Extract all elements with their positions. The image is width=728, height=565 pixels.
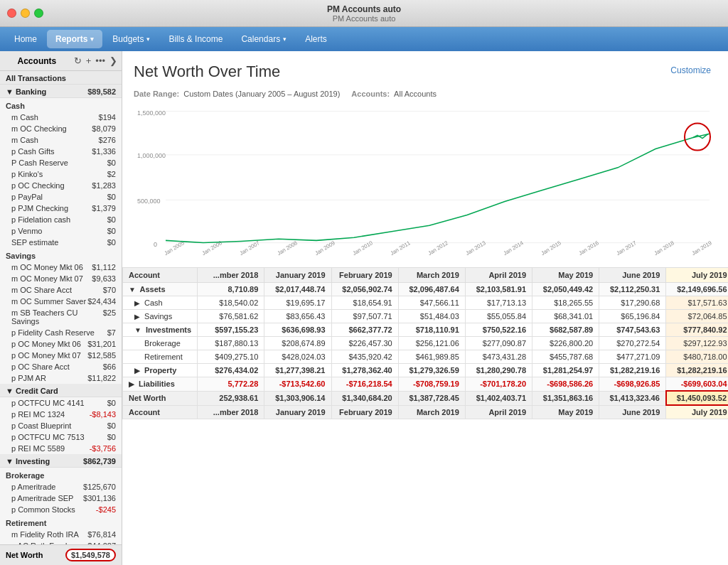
calendars-arrow-icon: ▾ (283, 36, 287, 43)
svg-text:Jan 2018: Jan 2018 (653, 240, 675, 257)
list-item[interactable]: p Fidelation cash$0 (0, 214, 122, 225)
maximize-button[interactable] (34, 9, 43, 18)
nav-alerts[interactable]: Alerts (296, 30, 336, 48)
svg-text:Jan 2007: Jan 2007 (239, 240, 261, 257)
svg-text:Jan 2010: Jan 2010 (352, 240, 374, 257)
list-item[interactable]: m Fidelity Roth IRA$76,814 (0, 529, 122, 540)
content-area: Net Worth Over Time Customize Date Range… (122, 51, 728, 565)
list-item[interactable]: p PJM AR$11,822 (0, 372, 122, 384)
list-item[interactable]: m OC Share Acct$70 (0, 284, 122, 296)
table-row-net-worth: Net Worth 252,938.61 $1,303,906.14 $1,34… (123, 391, 729, 405)
cell-account: ▶ Cash (123, 296, 198, 310)
cell-account: ▶ Property (123, 364, 198, 377)
cell-account: Retirement (123, 350, 198, 364)
cell-net-worth-label: Net Worth (123, 391, 198, 405)
col-header-jul2019[interactable]: July 2019 (666, 268, 728, 283)
close-button[interactable] (7, 9, 16, 18)
list-item[interactable]: m SB Teachers CU Savings$25 (0, 307, 122, 327)
list-item[interactable]: p OC Money Mkt 07$12,585 (0, 350, 122, 361)
svg-text:Jan 2019: Jan 2019 (691, 240, 713, 257)
title-bar: PM Accounts auto PM Accounts auto (0, 0, 728, 27)
sidebar-net-worth: Net Worth $1,549,578 (0, 544, 122, 565)
budgets-arrow-icon: ▾ (146, 36, 150, 43)
table-row: ▼ Investments $597,155.23 $636,698.93 $6… (123, 323, 729, 337)
savings-group: Savings (0, 248, 122, 262)
svg-text:1,500,000: 1,500,000 (137, 109, 166, 117)
table-row: ▶ Liabilities 5,772.28 -$713,542.60 -$71… (123, 377, 729, 392)
nav-bills-income[interactable]: Bills & Income (160, 30, 231, 48)
col-header-account[interactable]: Account (123, 268, 198, 283)
list-item[interactable]: p OCTFCU MC 7513$0 (0, 431, 122, 443)
col-header-feb2019[interactable]: February 2019 (331, 268, 398, 283)
nav-calendars[interactable]: Calendars ▾ (232, 30, 295, 48)
col-header-jan2019[interactable]: January 2019 (264, 268, 331, 283)
list-item[interactable]: m OC Money Mkt 06$1,112 (0, 262, 122, 273)
svg-text:Jan 2009: Jan 2009 (314, 240, 336, 257)
svg-text:Jan 2005: Jan 2005 (164, 240, 186, 257)
list-item[interactable]: p Venmo$0 (0, 225, 122, 237)
list-item[interactable]: p Cash Gifts$1,336 (0, 146, 122, 157)
table-row: Retirement $409,275.10 $428,024.03 $435,… (123, 350, 729, 364)
list-item[interactable]: p REI MC 1324-$8,143 (0, 409, 122, 420)
list-item[interactable]: p Ameritrade$125,670 (0, 481, 122, 493)
brokerage-group: Brokerage (0, 468, 122, 481)
window-controls (7, 9, 43, 18)
page-title: Net Worth Over Time (134, 63, 280, 81)
cell-account: ▶ Savings (123, 310, 198, 323)
svg-text:Jan 2011: Jan 2011 (390, 240, 412, 257)
more-icon[interactable]: ••• (95, 55, 105, 66)
table-row: ▶ Property $276,434.02 $1,277,398.21 $1,… (123, 364, 729, 377)
list-item[interactable]: p Fidelity Cash Reserve$7 (0, 327, 122, 338)
list-item[interactable]: p Coast Blueprint$0 (0, 420, 122, 431)
list-item[interactable]: p OC Checking$1,283 (0, 180, 122, 191)
list-item[interactable]: m OC Checking$8,079 (0, 123, 122, 134)
investing-section[interactable]: ▼ Investing $862,739 (0, 454, 122, 468)
retirement-group: Retirement (0, 515, 122, 529)
list-item[interactable]: p PayPal$0 (0, 191, 122, 203)
window-title: PM Accounts auto PM Accounts auto (327, 4, 401, 23)
svg-text:Jan 2014: Jan 2014 (503, 240, 525, 257)
cell-account: Brokerage (123, 337, 198, 350)
col-header-mar2019[interactable]: March 2019 (398, 268, 465, 283)
main-layout: Accounts ↻ + ••• ❯ All Transactions ▼ Ba… (0, 51, 728, 565)
all-transactions[interactable]: All Transactions (0, 71, 122, 85)
col-header-nov2018[interactable]: ...mber 2018 (198, 268, 264, 283)
table-row: ▶ Cash $18,540.02 $19,695.17 $18,654.91 … (123, 296, 729, 310)
list-item[interactable]: p Kinko's$2 (0, 168, 122, 180)
col-header-apr2019[interactable]: April 2019 (465, 268, 532, 283)
svg-text:Jan 2012: Jan 2012 (427, 240, 449, 257)
list-item[interactable]: SEP estimate$0 (0, 237, 122, 248)
customize-button[interactable]: Customize (665, 63, 717, 78)
list-item[interactable]: P Cash Reserve$0 (0, 157, 122, 168)
list-item[interactable]: p REI MC 5589-$3,756 (0, 443, 122, 454)
list-item[interactable]: m Cash$194 (0, 112, 122, 123)
filter-bar: Date Range: Custom Dates (January 2005 –… (122, 87, 728, 104)
list-item[interactable]: m OC Money Mkt 07$9,633 (0, 273, 122, 284)
nav-budgets[interactable]: Budgets ▾ (104, 30, 159, 48)
list-item[interactable]: p OCTFCU MC 4141$0 (0, 397, 122, 409)
list-item[interactable]: p OC Money Mkt 06$31,201 (0, 338, 122, 350)
cell-account: ▼ Investments (123, 323, 198, 337)
list-item[interactable]: m Cash$276 (0, 134, 122, 146)
sidebar: Accounts ↻ + ••• ❯ All Transactions ▼ Ba… (0, 51, 122, 565)
svg-text:500,000: 500,000 (137, 197, 160, 204)
table-row: Brokerage $187,880.13 $208,674.89 $226,4… (123, 337, 729, 350)
svg-text:Jan 2015: Jan 2015 (540, 240, 562, 257)
minimize-button[interactable] (21, 9, 30, 18)
col-header-jun2019[interactable]: June 2019 (599, 268, 666, 283)
list-item[interactable]: p Ameritrade SEP$301,136 (0, 493, 122, 504)
list-item[interactable]: m OC Summer Saver$24,434 (0, 296, 122, 307)
credit-card-section[interactable]: ▼ Credit Card (0, 384, 122, 397)
list-item[interactable]: p PJM Checking$1,379 (0, 203, 122, 214)
banking-section[interactable]: ▼ Banking $89,582 (0, 85, 122, 98)
nav-reports[interactable]: Reports ▾ (47, 30, 102, 48)
net-worth-value: $1,549,578 (65, 549, 116, 561)
nav-bar: Home Reports ▾ Budgets ▾ Bills & Income … (0, 27, 728, 51)
refresh-icon[interactable]: ↻ (74, 55, 82, 66)
list-item[interactable]: p Common Stocks-$245 (0, 504, 122, 515)
nav-home[interactable]: Home (6, 30, 46, 48)
list-item[interactable]: p OC Share Acct$66 (0, 361, 122, 372)
add-icon[interactable]: + (86, 55, 92, 66)
collapse-icon[interactable]: ❯ (109, 55, 117, 66)
col-header-may2019[interactable]: May 2019 (532, 268, 599, 283)
